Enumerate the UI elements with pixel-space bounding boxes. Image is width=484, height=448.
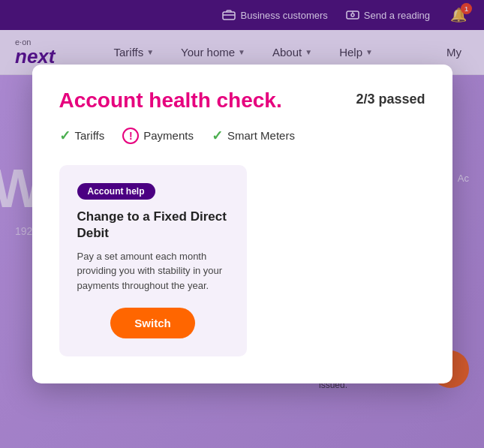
smart-meters-check-label: Smart Meters [227,129,295,142]
modal-header: Account health check. 2/3 passed [59,89,425,113]
switch-button[interactable]: Switch [110,308,194,338]
smart-meters-pass-icon: ✓ [212,128,223,144]
account-help-badge: Account help [77,183,155,200]
payments-warn-icon: ! [122,128,139,144]
passed-badge: 2/3 passed [356,89,425,107]
check-smart-meters: ✓ Smart Meters [212,128,295,144]
payments-check-label: Payments [143,129,194,142]
modal-overlay: Account health check. 2/3 passed ✓ Tarif… [0,0,484,448]
checks-row: ✓ Tariffs ! Payments ✓ Smart Meters [59,128,425,144]
check-tariffs: ✓ Tariffs [59,128,105,144]
tariffs-pass-icon: ✓ [59,128,71,144]
card-title: Change to a Fixed Direct Debit [77,209,229,242]
modal-title: Account health check. [59,89,282,113]
check-payments: ! Payments [122,128,194,144]
tariffs-check-label: Tariffs [75,129,105,142]
card-description: Pay a set amount each month providing yo… [77,249,229,293]
account-health-check-modal: Account health check. 2/3 passed ✓ Tarif… [32,65,452,384]
account-help-card: Account help Change to a Fixed Direct De… [59,165,247,357]
